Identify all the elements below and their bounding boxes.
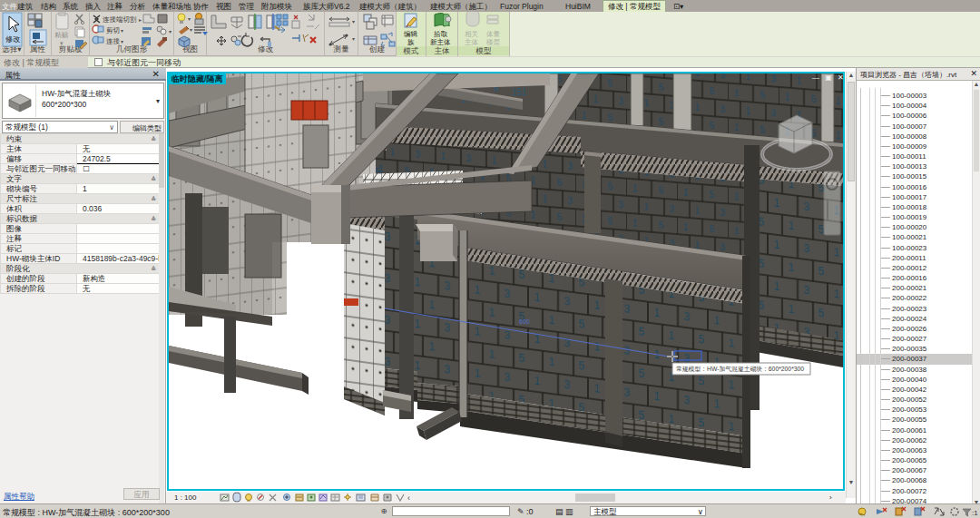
svg-text:粘贴: 粘贴 <box>54 31 69 39</box>
svg-text:‹: ‹ <box>407 494 410 503</box>
svg-text:▾: ▾ <box>169 29 172 34</box>
svg-text:拾取: 拾取 <box>434 30 448 38</box>
svg-text:剪切: 剪切 <box>106 26 120 34</box>
svg-text:▾: ▾ <box>352 19 355 24</box>
svg-text:▾: ▾ <box>121 28 123 34</box>
svg-text:▾: ▾ <box>188 16 191 22</box>
svg-text:相关: 相关 <box>465 30 479 38</box>
svg-text:连接: 连接 <box>106 37 121 45</box>
svg-text:▾: ▾ <box>60 40 64 46</box>
svg-text:▸: ▸ <box>139 17 142 23</box>
svg-text:楼层: 楼层 <box>486 38 501 46</box>
svg-text:修改: 修改 <box>5 35 21 44</box>
svg-text:▾: ▾ <box>352 36 355 42</box>
svg-text:新主体: 新主体 <box>430 38 451 46</box>
svg-text:常规模型：HW-加气混凝土砌块：600*200*300: 常规模型：HW-加气混凝土砌块：600*200*300 <box>676 366 804 373</box>
svg-text:体量: 体量 <box>486 30 501 38</box>
svg-text:▾: ▾ <box>190 27 192 33</box>
svg-text:主体: 主体 <box>465 38 479 46</box>
svg-text:连接端切割: 连接端切割 <box>103 15 137 24</box>
svg-text:编辑: 编辑 <box>404 30 418 38</box>
svg-text:族: 族 <box>407 38 415 46</box>
svg-text:151: 151 <box>512 87 527 97</box>
svg-text::1: :1 <box>972 509 978 517</box>
svg-text:▾: ▾ <box>121 39 123 44</box>
svg-text:600: 600 <box>519 318 530 325</box>
